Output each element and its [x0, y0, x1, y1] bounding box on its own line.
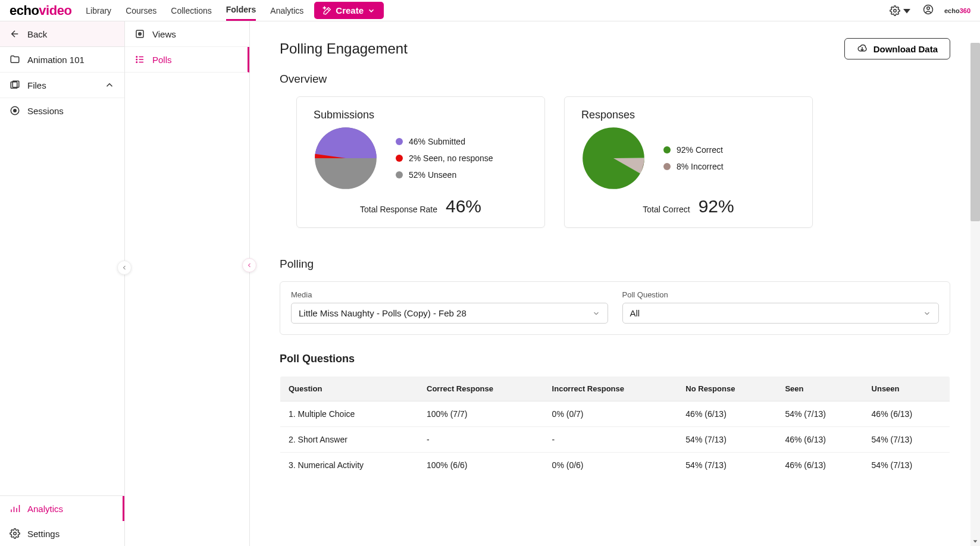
table-cell: 2. Short Answer: [280, 427, 419, 453]
table-row: 2. Short Answer--54% (7/13)46% (6/13)54%…: [280, 427, 950, 453]
sidebar-back-label: Back: [27, 29, 47, 39]
responses-total-label: Total Correct: [643, 205, 690, 214]
sb2-views[interactable]: Views: [125, 21, 249, 47]
legend-dot: [396, 171, 403, 178]
table-cell: 54% (7/13): [863, 427, 950, 453]
table-cell: 54% (7/13): [777, 401, 863, 427]
logo[interactable]: echovideo: [10, 3, 71, 18]
submissions-card-title: Submissions: [314, 109, 528, 121]
svg-point-0: [894, 9, 897, 12]
media-filter-label: Media: [291, 290, 608, 299]
sidebar-analytics[interactable]: Analytics: [0, 496, 124, 521]
topnav: Library Courses Collections Folders Anal…: [86, 0, 303, 21]
sidebar-settings[interactable]: Settings: [0, 521, 124, 546]
nav-analytics[interactable]: Analytics: [270, 0, 303, 21]
collapse-sidebar1-button[interactable]: [117, 261, 131, 275]
question-filter-label: Poll Question: [622, 290, 940, 299]
table-cell: 100% (6/6): [418, 453, 544, 478]
wand-icon: [323, 6, 332, 15]
sidebar-folder[interactable]: Animation 101: [0, 47, 124, 73]
polling-filter-box: Media Little Miss Naughty - Polls (Copy)…: [280, 281, 950, 335]
legend-label: 46% Submitted: [409, 137, 465, 146]
submissions-legend: 46% Submitted2% Seen, no response52% Uns…: [396, 137, 493, 180]
submissions-card: Submissions 46% Submitted2% Seen, no res…: [296, 96, 545, 228]
nav-folders[interactable]: Folders: [226, 0, 256, 21]
sidebar-files[interactable]: Files: [0, 73, 124, 98]
sb2-polls-label: Polls: [152, 55, 172, 65]
svg-point-8: [14, 109, 17, 112]
logo-echo: echo: [10, 3, 39, 18]
question-select-value: All: [630, 308, 640, 318]
folder-icon: [10, 54, 20, 65]
table-header: Incorrect Response: [544, 376, 678, 401]
sessions-icon: [10, 105, 20, 116]
polling-heading: Polling: [280, 258, 950, 271]
media-select[interactable]: Little Miss Naughty - Polls (Copy) - Feb…: [291, 303, 608, 324]
responses-total-value: 92%: [699, 196, 734, 216]
table-cell: 54% (7/13): [677, 453, 777, 478]
svg-point-17: [136, 57, 137, 58]
sb2-polls[interactable]: Polls: [125, 47, 249, 73]
nav-library[interactable]: Library: [86, 0, 111, 21]
download-label: Download Data: [873, 44, 938, 54]
views-icon: [134, 29, 145, 39]
sidebar-primary: Back Animation 101 Files Sessions Analyt…: [0, 21, 125, 546]
table-cell: 46% (6/13): [777, 427, 863, 453]
legend-item: 92% Correct: [663, 145, 724, 155]
table-cell: 54% (7/13): [677, 427, 777, 453]
download-data-button[interactable]: Download Data: [844, 38, 950, 59]
media-select-value: Little Miss Naughty - Polls (Copy) - Feb…: [299, 308, 466, 318]
polls-icon: [134, 54, 145, 65]
poll-questions-heading: Poll Questions: [280, 353, 950, 365]
table-cell: 100% (7/7): [418, 401, 544, 427]
brand-a: echo: [944, 7, 960, 14]
submissions-pie: [314, 126, 378, 190]
responses-card: Responses 92% Correct8% Incorrect Total …: [564, 96, 813, 228]
chevron-left-icon: [246, 262, 253, 269]
responses-legend: 92% Correct8% Incorrect: [663, 145, 724, 171]
sidebar-sessions[interactable]: Sessions: [0, 98, 124, 123]
table-header: Unseen: [863, 376, 950, 401]
legend-dot: [663, 163, 671, 170]
create-button[interactable]: Create: [314, 2, 384, 19]
settings-icon-topbar[interactable]: [890, 5, 912, 16]
sidebar-analytics-label: Analytics: [27, 504, 63, 514]
table-cell: 0% (0/6): [544, 453, 678, 478]
svg-point-3: [927, 7, 930, 10]
legend-dot: [396, 155, 403, 162]
svg-marker-26: [973, 540, 978, 542]
files-icon: [10, 80, 20, 90]
sb2-views-label: Views: [152, 29, 176, 39]
legend-label: 52% Unseen: [409, 170, 456, 180]
svg-point-19: [136, 62, 137, 63]
echo360-brand: echo360: [944, 7, 970, 14]
scroll-thumb[interactable]: [970, 43, 980, 221]
poll-questions-table: QuestionCorrect ResponseIncorrect Respon…: [280, 376, 950, 478]
legend-dot: [663, 146, 671, 153]
legend-label: 2% Seen, no response: [409, 153, 493, 163]
scrollbar[interactable]: [970, 43, 980, 546]
scroll-arrow-down[interactable]: [970, 536, 980, 546]
table-cell: -: [418, 427, 544, 453]
sidebar-sessions-label: Sessions: [27, 106, 64, 116]
chevron-down-icon: [592, 309, 600, 318]
chevron-down-icon: [923, 309, 931, 318]
page-title: Polling Engagement: [280, 40, 408, 57]
collapse-sidebar2-button[interactable]: [242, 258, 256, 272]
brand-b: 360: [960, 7, 970, 14]
create-button-label: Create: [336, 5, 364, 15]
sidebar-secondary: Views Polls: [125, 21, 250, 546]
table-header: Question: [280, 376, 419, 401]
nav-courses[interactable]: Courses: [126, 0, 156, 21]
table-header: Correct Response: [418, 376, 544, 401]
question-select[interactable]: All: [622, 303, 940, 324]
logo-video: video: [39, 3, 71, 18]
overview-heading: Overview: [280, 73, 950, 86]
table-cell: 54% (7/13): [863, 453, 950, 478]
sidebar-back[interactable]: Back: [0, 21, 124, 47]
chevron-down-icon: [367, 7, 375, 15]
user-avatar-icon[interactable]: [923, 4, 934, 17]
legend-label: 8% Incorrect: [677, 162, 724, 171]
chevron-up-icon: [104, 80, 115, 90]
nav-collections[interactable]: Collections: [171, 0, 211, 21]
